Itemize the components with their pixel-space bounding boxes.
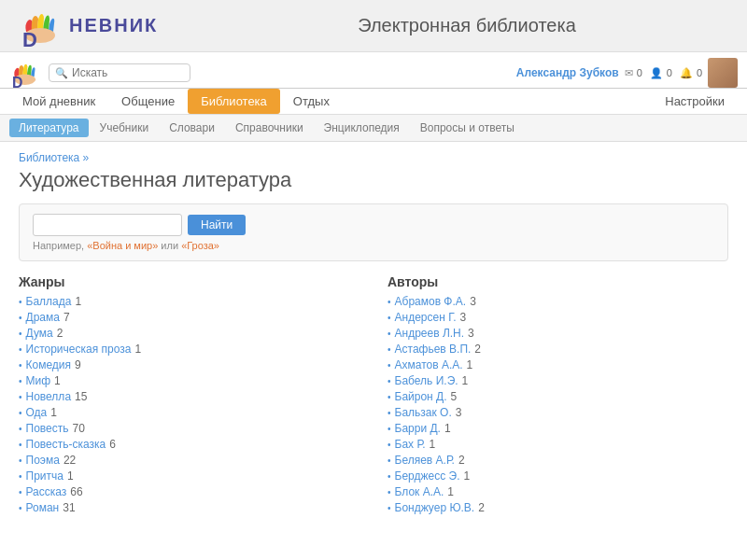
search-input[interactable] (72, 66, 184, 79)
list-item[interactable]: Бонджуер Ю.В. 2 (388, 501, 728, 514)
user-stats: ✉ 0 👤 0 🔔 0 (625, 67, 702, 79)
nav-item-diary[interactable]: Мой дневник (9, 89, 108, 114)
search-hint: Например, «Война и мир» или «Гроза» (33, 240, 714, 251)
sub-nav: Литература Учебники Словари Справочники … (0, 115, 747, 142)
message-count: 0 (637, 67, 642, 78)
user-info: Александр Зубков ✉ 0 👤 0 🔔 0 (516, 58, 738, 88)
list-item[interactable]: Драма 7 (19, 311, 359, 324)
notif-count: 0 (697, 67, 702, 78)
list-item[interactable]: Абрамов Ф.А. 3 (388, 295, 728, 308)
genres-list: Баллада 1Драма 7Дума 2Историческая проза… (19, 295, 359, 514)
list-item[interactable]: Миф 1 (19, 374, 359, 387)
content-area: Библиотека » Художественная литература Н… (0, 142, 747, 560)
list-item[interactable]: Комедия 9 (19, 358, 359, 371)
notif-icon: 🔔 (680, 67, 693, 79)
genres-title: Жанры (19, 274, 359, 289)
logo-d-icon: D (19, 6, 65, 47)
user-name: Александр Зубков (516, 66, 619, 79)
logo-text: НЕВНИК (69, 15, 158, 36)
subnav-uchebniki[interactable]: Учебники (91, 119, 159, 137)
subnav-spravochniki[interactable]: Справочники (226, 119, 313, 137)
list-item[interactable]: Притча 1 (19, 469, 359, 483)
small-logo-icon: D (9, 58, 43, 88)
subnav-questions[interactable]: Вопросы и ответы (411, 119, 524, 137)
list-item[interactable]: Историческая проза 1 (19, 343, 359, 356)
authors-title: Авторы (388, 274, 728, 289)
search-button[interactable]: Найти (188, 215, 246, 235)
header: D НЕВНИК Электронная библиотека (0, 0, 747, 52)
authors-list: Абрамов Ф.А. 3Андерсен Г. 3Андреев Л.Н. … (388, 295, 728, 514)
book-search-input[interactable] (33, 214, 182, 236)
avatar-image (708, 58, 738, 88)
friends-icon: 👤 (650, 67, 663, 79)
hint-link-groza[interactable]: «Гроза» (181, 240, 219, 251)
nav-item-leisure[interactable]: Отдых (280, 89, 343, 114)
lists-area: Жанры Баллада 1Драма 7Дума 2Историческая… (19, 274, 728, 517)
nav-item-social[interactable]: Общение (108, 89, 188, 114)
top-nav-inner: D 🔍 Александр Зубков ✉ 0 👤 0 🔔 0 (0, 52, 747, 89)
list-item[interactable]: Баллада 1 (19, 295, 359, 308)
search-box[interactable]: 🔍 (49, 63, 190, 82)
list-item[interactable]: Бах Р. 1 (388, 438, 728, 451)
list-item[interactable]: Берджесс Э. 1 (388, 469, 728, 483)
list-item[interactable]: Поэма 22 (19, 454, 359, 467)
list-item[interactable]: Дума 2 (19, 327, 359, 340)
settings-nav[interactable]: Настройки (652, 89, 738, 114)
list-item[interactable]: Ахматов А.А. 1 (388, 358, 728, 371)
message-icon: ✉ (625, 67, 633, 79)
list-item[interactable]: Повесть-сказка 6 (19, 438, 359, 451)
search-row: Найти (33, 214, 714, 236)
breadcrumb: Библиотека » (19, 151, 728, 164)
list-item[interactable]: Роман 31 (19, 501, 359, 514)
list-item[interactable]: Рассказ 66 (19, 485, 359, 498)
hint-link-war[interactable]: «Война и мир» (87, 240, 158, 251)
list-item[interactable]: Новелла 15 (19, 390, 359, 403)
svg-text:D: D (22, 28, 37, 47)
svg-text:D: D (12, 75, 22, 88)
subnav-encyclopedia[interactable]: Энциклопедия (315, 119, 409, 137)
avatar (708, 58, 738, 88)
list-item[interactable]: Андреев Л.Н. 3 (388, 327, 728, 340)
list-item[interactable]: Барри Д. 1 (388, 422, 728, 435)
friends-count: 0 (667, 67, 672, 78)
list-item[interactable]: Байрон Д. 5 (388, 390, 728, 403)
list-item[interactable]: Астафьев В.П. 2 (388, 343, 728, 356)
list-item[interactable]: Блок А.А. 1 (388, 485, 728, 498)
authors-column: Авторы Абрамов Ф.А. 3Андерсен Г. 3Андрее… (388, 274, 728, 517)
list-item[interactable]: Ода 1 (19, 406, 359, 419)
subnav-literatura[interactable]: Литература (9, 119, 89, 137)
page-title: Художественная литература (19, 168, 728, 192)
list-item[interactable]: Бальзак О. 3 (388, 406, 728, 419)
top-nav: D 🔍 Александр Зубков ✉ 0 👤 0 🔔 0 Мой дне… (0, 52, 747, 115)
nav-item-library[interactable]: Библиотека (188, 89, 280, 114)
search-icon: 🔍 (55, 67, 68, 79)
search-section: Найти Например, «Война и мир» или «Гроза… (19, 203, 728, 261)
logo-area: D НЕВНИК (19, 6, 205, 47)
subnav-slovari[interactable]: Словари (160, 119, 224, 137)
list-item[interactable]: Повесть 70 (19, 422, 359, 435)
list-item[interactable]: Беляев А.Р. 2 (388, 454, 728, 467)
header-title: Электронная библиотека (205, 15, 728, 36)
list-item[interactable]: Андерсен Г. 3 (388, 311, 728, 324)
list-item[interactable]: Бабель И.Э. 1 (388, 374, 728, 387)
genres-column: Жанры Баллада 1Драма 7Дума 2Историческая… (19, 274, 359, 517)
main-nav: Мой дневник Общение Библиотека Отдых Нас… (0, 89, 747, 114)
